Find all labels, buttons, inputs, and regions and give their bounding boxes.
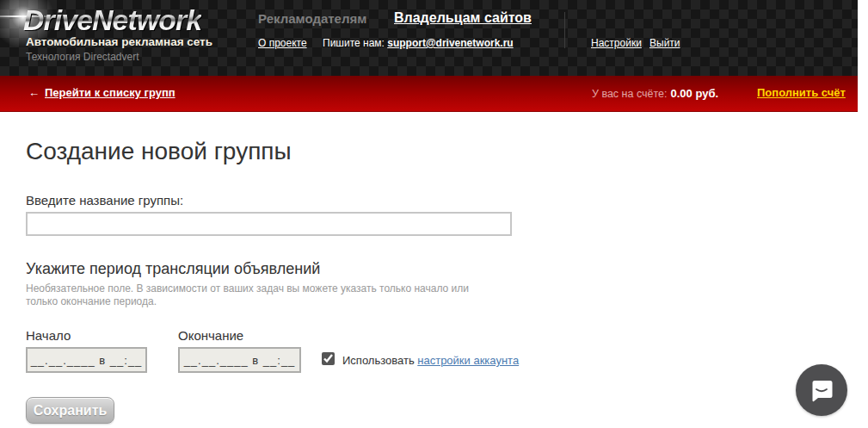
checkbox-label-text: Использовать (342, 354, 417, 367)
logo-tagline: Технология Directadvert (26, 51, 139, 63)
end-date-input[interactable] (178, 347, 301, 373)
chat-bubble-icon (808, 376, 835, 404)
group-name-label: Введите название группы: (26, 193, 183, 208)
use-account-settings-label: Использовать настройки аккаунта (342, 354, 519, 367)
period-section-title: Укажите период трансляции объявлений (26, 260, 320, 278)
topup-link[interactable]: Пополнить счёт (757, 86, 846, 99)
support-email-link[interactable]: support@drivenetwork.ru (387, 37, 513, 49)
start-date-label: Начало (26, 328, 71, 343)
nav-logout-link[interactable]: Выйти (649, 37, 680, 49)
logo[interactable]: DriveNetwork (23, 3, 201, 37)
balance-label: У вас на счёте: (592, 88, 668, 100)
contact-prefix: Пишите нам: (323, 37, 387, 49)
group-name-input[interactable] (26, 212, 512, 236)
site-header: DriveNetwork Автомобильная рекламная сет… (0, 0, 858, 76)
nav-about-link[interactable]: О проекте (258, 37, 307, 49)
header-divider (564, 12, 565, 48)
end-date-label: Окончание (178, 328, 243, 343)
back-to-groups-link[interactable]: Перейти к списку групп (45, 86, 175, 99)
period-hint: Необязательное поле. В зависимости от ва… (26, 282, 480, 308)
nav-site-owners[interactable]: Владельцам сайтов (394, 10, 532, 26)
start-date-input[interactable] (26, 347, 147, 373)
balance-value: 0.00 руб. (671, 87, 719, 100)
page-title: Создание новой группы (26, 138, 292, 165)
back-link-wrap: ←Перейти к списку групп (28, 86, 175, 99)
balance-bar: ←Перейти к списку групп У вас на счёте:0… (0, 76, 858, 112)
logo-subtitle: Автомобильная рекламная сеть (26, 35, 212, 48)
nav-advertisers[interactable]: Рекламодателям (258, 11, 366, 26)
contact-line: Пишите нам: support@drivenetwork.ru (323, 37, 514, 49)
account-settings-link[interactable]: настройки аккаунта (417, 354, 519, 367)
page: DriveNetwork Автомобильная рекламная сет… (0, 0, 868, 428)
save-button[interactable]: Сохранить (26, 397, 114, 424)
balance-info: У вас на счёте:0.00 руб. (592, 87, 718, 100)
use-account-settings-checkbox[interactable] (322, 352, 335, 365)
chat-widget-button[interactable] (796, 364, 847, 416)
back-arrow-icon: ← (28, 86, 40, 99)
nav-settings-link[interactable]: Настройки (591, 37, 642, 49)
